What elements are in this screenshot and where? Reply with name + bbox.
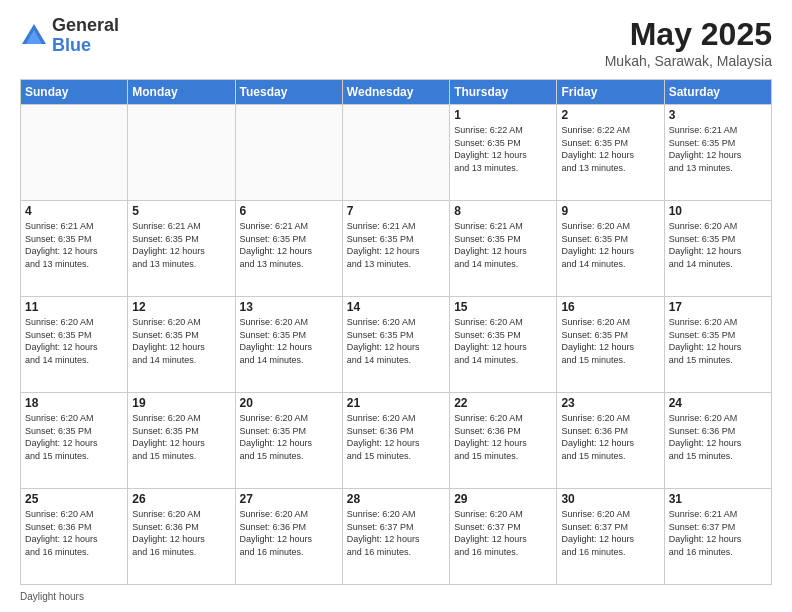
day-number: 20 [240, 396, 338, 410]
calendar-week-row: 25Sunrise: 6:20 AM Sunset: 6:36 PM Dayli… [21, 489, 772, 585]
calendar-day-cell: 29Sunrise: 6:20 AM Sunset: 6:37 PM Dayli… [450, 489, 557, 585]
logo-general: General [52, 16, 119, 36]
day-info: Sunrise: 6:20 AM Sunset: 6:35 PM Dayligh… [240, 412, 338, 462]
day-info: Sunrise: 6:20 AM Sunset: 6:36 PM Dayligh… [669, 412, 767, 462]
day-info: Sunrise: 6:20 AM Sunset: 6:35 PM Dayligh… [561, 220, 659, 270]
day-number: 12 [132, 300, 230, 314]
day-number: 24 [669, 396, 767, 410]
calendar-day-cell: 10Sunrise: 6:20 AM Sunset: 6:35 PM Dayli… [664, 201, 771, 297]
calendar-day-cell: 23Sunrise: 6:20 AM Sunset: 6:36 PM Dayli… [557, 393, 664, 489]
calendar-day-header: Friday [557, 80, 664, 105]
day-number: 27 [240, 492, 338, 506]
calendar-day-cell: 4Sunrise: 6:21 AM Sunset: 6:35 PM Daylig… [21, 201, 128, 297]
day-number: 3 [669, 108, 767, 122]
day-number: 31 [669, 492, 767, 506]
day-number: 9 [561, 204, 659, 218]
logo: General Blue [20, 16, 119, 56]
day-info: Sunrise: 6:20 AM Sunset: 6:37 PM Dayligh… [454, 508, 552, 558]
calendar-day-cell: 30Sunrise: 6:20 AM Sunset: 6:37 PM Dayli… [557, 489, 664, 585]
calendar-day-cell: 16Sunrise: 6:20 AM Sunset: 6:35 PM Dayli… [557, 297, 664, 393]
day-number: 7 [347, 204, 445, 218]
calendar-day-cell: 14Sunrise: 6:20 AM Sunset: 6:35 PM Dayli… [342, 297, 449, 393]
calendar-day-cell: 11Sunrise: 6:20 AM Sunset: 6:35 PM Dayli… [21, 297, 128, 393]
calendar-day-header: Saturday [664, 80, 771, 105]
calendar-day-cell [235, 105, 342, 201]
day-info: Sunrise: 6:20 AM Sunset: 6:35 PM Dayligh… [347, 316, 445, 366]
calendar-day-cell: 18Sunrise: 6:20 AM Sunset: 6:35 PM Dayli… [21, 393, 128, 489]
day-info: Sunrise: 6:20 AM Sunset: 6:35 PM Dayligh… [669, 316, 767, 366]
calendar-day-header: Monday [128, 80, 235, 105]
header: General Blue May 2025 Mukah, Sarawak, Ma… [20, 16, 772, 69]
calendar-day-cell: 5Sunrise: 6:21 AM Sunset: 6:35 PM Daylig… [128, 201, 235, 297]
calendar-day-cell [21, 105, 128, 201]
day-number: 13 [240, 300, 338, 314]
day-info: Sunrise: 6:21 AM Sunset: 6:35 PM Dayligh… [454, 220, 552, 270]
day-info: Sunrise: 6:21 AM Sunset: 6:35 PM Dayligh… [132, 220, 230, 270]
calendar-day-header: Thursday [450, 80, 557, 105]
calendar-day-cell: 24Sunrise: 6:20 AM Sunset: 6:36 PM Dayli… [664, 393, 771, 489]
calendar-week-row: 4Sunrise: 6:21 AM Sunset: 6:35 PM Daylig… [21, 201, 772, 297]
month-title: May 2025 [605, 16, 772, 53]
day-info: Sunrise: 6:20 AM Sunset: 6:36 PM Dayligh… [240, 508, 338, 558]
daylight-label: Daylight hours [20, 591, 84, 602]
day-info: Sunrise: 6:20 AM Sunset: 6:36 PM Dayligh… [25, 508, 123, 558]
day-info: Sunrise: 6:20 AM Sunset: 6:35 PM Dayligh… [25, 316, 123, 366]
calendar-day-cell: 27Sunrise: 6:20 AM Sunset: 6:36 PM Dayli… [235, 489, 342, 585]
calendar-day-header: Tuesday [235, 80, 342, 105]
day-number: 10 [669, 204, 767, 218]
logo-text: General Blue [52, 16, 119, 56]
calendar-day-cell: 7Sunrise: 6:21 AM Sunset: 6:35 PM Daylig… [342, 201, 449, 297]
day-number: 29 [454, 492, 552, 506]
calendar-day-cell: 6Sunrise: 6:21 AM Sunset: 6:35 PM Daylig… [235, 201, 342, 297]
calendar-header-row: SundayMondayTuesdayWednesdayThursdayFrid… [21, 80, 772, 105]
day-info: Sunrise: 6:20 AM Sunset: 6:36 PM Dayligh… [454, 412, 552, 462]
calendar-day-header: Sunday [21, 80, 128, 105]
calendar-day-cell: 31Sunrise: 6:21 AM Sunset: 6:37 PM Dayli… [664, 489, 771, 585]
logo-icon [20, 22, 48, 50]
day-number: 17 [669, 300, 767, 314]
calendar-day-cell: 26Sunrise: 6:20 AM Sunset: 6:36 PM Dayli… [128, 489, 235, 585]
calendar-table: SundayMondayTuesdayWednesdayThursdayFrid… [20, 79, 772, 585]
calendar-day-cell [128, 105, 235, 201]
day-info: Sunrise: 6:20 AM Sunset: 6:36 PM Dayligh… [561, 412, 659, 462]
day-number: 30 [561, 492, 659, 506]
calendar-day-cell: 9Sunrise: 6:20 AM Sunset: 6:35 PM Daylig… [557, 201, 664, 297]
footer: Daylight hours [20, 591, 772, 602]
calendar-week-row: 18Sunrise: 6:20 AM Sunset: 6:35 PM Dayli… [21, 393, 772, 489]
day-info: Sunrise: 6:20 AM Sunset: 6:35 PM Dayligh… [669, 220, 767, 270]
day-info: Sunrise: 6:22 AM Sunset: 6:35 PM Dayligh… [454, 124, 552, 174]
calendar-day-cell: 2Sunrise: 6:22 AM Sunset: 6:35 PM Daylig… [557, 105, 664, 201]
day-info: Sunrise: 6:20 AM Sunset: 6:36 PM Dayligh… [132, 508, 230, 558]
day-info: Sunrise: 6:20 AM Sunset: 6:37 PM Dayligh… [347, 508, 445, 558]
day-number: 16 [561, 300, 659, 314]
day-number: 8 [454, 204, 552, 218]
calendar-day-cell: 15Sunrise: 6:20 AM Sunset: 6:35 PM Dayli… [450, 297, 557, 393]
calendar-day-cell: 8Sunrise: 6:21 AM Sunset: 6:35 PM Daylig… [450, 201, 557, 297]
day-info: Sunrise: 6:21 AM Sunset: 6:35 PM Dayligh… [669, 124, 767, 174]
day-info: Sunrise: 6:21 AM Sunset: 6:35 PM Dayligh… [240, 220, 338, 270]
logo-blue: Blue [52, 36, 119, 56]
day-info: Sunrise: 6:20 AM Sunset: 6:35 PM Dayligh… [132, 316, 230, 366]
day-number: 6 [240, 204, 338, 218]
calendar-day-cell: 21Sunrise: 6:20 AM Sunset: 6:36 PM Dayli… [342, 393, 449, 489]
day-info: Sunrise: 6:22 AM Sunset: 6:35 PM Dayligh… [561, 124, 659, 174]
day-number: 18 [25, 396, 123, 410]
day-info: Sunrise: 6:20 AM Sunset: 6:35 PM Dayligh… [454, 316, 552, 366]
location: Mukah, Sarawak, Malaysia [605, 53, 772, 69]
day-info: Sunrise: 6:21 AM Sunset: 6:37 PM Dayligh… [669, 508, 767, 558]
page: General Blue May 2025 Mukah, Sarawak, Ma… [0, 0, 792, 612]
calendar-day-cell: 13Sunrise: 6:20 AM Sunset: 6:35 PM Dayli… [235, 297, 342, 393]
title-block: May 2025 Mukah, Sarawak, Malaysia [605, 16, 772, 69]
calendar-week-row: 1Sunrise: 6:22 AM Sunset: 6:35 PM Daylig… [21, 105, 772, 201]
calendar-day-header: Wednesday [342, 80, 449, 105]
calendar-day-cell: 3Sunrise: 6:21 AM Sunset: 6:35 PM Daylig… [664, 105, 771, 201]
day-info: Sunrise: 6:20 AM Sunset: 6:36 PM Dayligh… [347, 412, 445, 462]
day-number: 15 [454, 300, 552, 314]
day-number: 2 [561, 108, 659, 122]
day-number: 11 [25, 300, 123, 314]
day-number: 28 [347, 492, 445, 506]
day-number: 21 [347, 396, 445, 410]
day-info: Sunrise: 6:20 AM Sunset: 6:35 PM Dayligh… [25, 412, 123, 462]
day-info: Sunrise: 6:20 AM Sunset: 6:37 PM Dayligh… [561, 508, 659, 558]
calendar-day-cell: 25Sunrise: 6:20 AM Sunset: 6:36 PM Dayli… [21, 489, 128, 585]
